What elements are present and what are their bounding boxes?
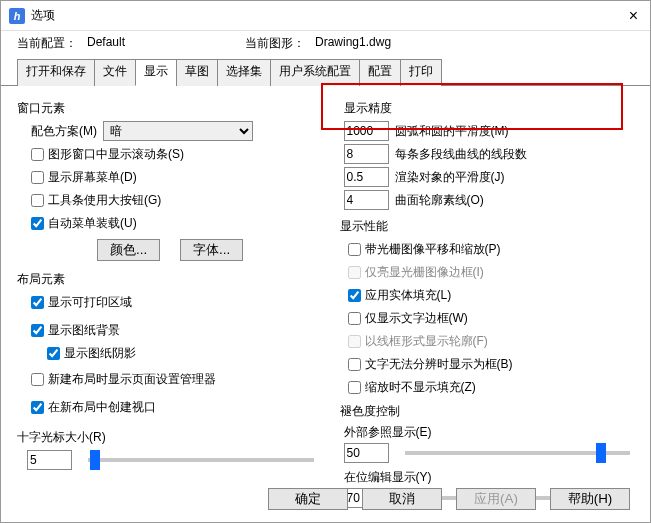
drawing-label: 当前图形： [245,35,305,52]
polyline-seg-label: 每条多段线曲线的线段数 [395,146,527,163]
fade-title: 褪色度控制 [340,403,635,420]
crosshair-label: 十字光标大小(R) [17,429,318,446]
cb-largebuttons-label: 工具条使用大按钮(G) [48,192,161,209]
tab-user-prefs[interactable]: 用户系统配置 [270,59,360,86]
precision-title: 显示精度 [344,100,635,117]
cb-truetype[interactable] [348,358,361,371]
arc-smooth-label: 圆弧和圆的平滑度(M) [395,123,509,140]
cb-largebuttons[interactable] [31,194,44,207]
help-button[interactable]: 帮助(H) [550,488,630,510]
cb-screenmenu[interactable] [31,171,44,184]
cb-papershadow[interactable] [47,347,60,360]
cancel-button[interactable]: 取消 [362,488,442,510]
render-smooth-input[interactable] [344,167,389,187]
perf-title: 显示性能 [340,218,635,235]
slider-thumb[interactable] [90,450,100,470]
close-icon[interactable]: × [625,7,642,25]
cb-solidfill[interactable] [348,289,361,302]
tab-display[interactable]: 显示 [135,59,177,86]
polyline-seg-input[interactable] [344,144,389,164]
cb-screenmenu-label: 显示屏幕菜单(D) [48,169,137,186]
cb-pagesetup[interactable] [31,373,44,386]
cb-textframe-label: 仅显示文字边框(W) [365,310,468,327]
crosshair-input[interactable] [27,450,72,470]
font-button[interactable]: 字体... [180,239,243,261]
tab-files[interactable]: 文件 [94,59,136,86]
config-label: 当前配置： [17,35,77,52]
crosshair-slider[interactable] [88,458,314,462]
render-smooth-label: 渲染对象的平滑度(J) [395,169,505,186]
tab-profiles[interactable]: 配置 [359,59,401,86]
config-value: Default [87,35,125,52]
tabs: 打开和保存 文件 显示 草图 选择集 用户系统配置 配置 打印 [1,58,650,86]
tab-open-save[interactable]: 打开和保存 [17,59,95,86]
cb-wireframe [348,335,361,348]
cb-raster-label: 带光栅图像平移和缩放(P) [365,241,501,258]
xref-label: 外部参照显示(E) [334,424,635,441]
cb-viewport[interactable] [31,401,44,414]
cb-truetype-label: 文字无法分辨时显示为框(B) [365,356,513,373]
cb-zoomfill-label: 缩放时不显示填充(Z) [365,379,476,396]
colorscheme-select[interactable]: 暗 [103,121,253,141]
cb-printable-label: 显示可打印区域 [48,294,132,311]
cb-viewport-label: 在新布局中创建视口 [48,399,156,416]
xref-input[interactable] [344,443,389,463]
cb-textframe[interactable] [348,312,361,325]
layout-elements-title: 布局元素 [17,271,318,288]
tab-selection[interactable]: 选择集 [217,59,271,86]
cb-scrollbar-label: 图形窗口中显示滚动条(S) [48,146,184,163]
cb-papershadow-label: 显示图纸阴影 [64,345,136,362]
apply-button[interactable]: 应用(A) [456,488,536,510]
ok-button[interactable]: 确定 [268,488,348,510]
surface-contour-label: 曲面轮廓素线(O) [395,192,484,209]
cb-autoload[interactable] [31,217,44,230]
cb-printable[interactable] [31,296,44,309]
cb-raster[interactable] [348,243,361,256]
cb-autoload-label: 自动菜单装载(U) [48,215,137,232]
cb-paperbg[interactable] [31,324,44,337]
colorscheme-label: 配色方案(M) [31,123,97,140]
cb-zoomfill[interactable] [348,381,361,394]
cb-wireframe-label: 以线框形式显示轮廓(F) [365,333,488,350]
cb-paperbg-label: 显示图纸背景 [48,322,120,339]
tab-plot[interactable]: 打印 [400,59,442,86]
slider-thumb[interactable] [596,443,606,463]
drawing-value: Drawing1.dwg [315,35,391,52]
cb-solidfill-label: 应用实体填充(L) [365,287,452,304]
surface-contour-input[interactable] [344,190,389,210]
window-elements-title: 窗口元素 [17,100,318,117]
app-icon: h [9,8,25,24]
cb-highlight-label: 仅亮显光栅图像边框(I) [365,264,484,281]
color-button[interactable]: 颜色... [97,239,160,261]
arc-smooth-input[interactable] [344,121,389,141]
tab-drafting[interactable]: 草图 [176,59,218,86]
cb-highlight [348,266,361,279]
cb-pagesetup-label: 新建布局时显示页面设置管理器 [48,371,216,388]
window-title: 选项 [31,7,625,24]
cb-scrollbar[interactable] [31,148,44,161]
xref-slider[interactable] [405,451,631,455]
